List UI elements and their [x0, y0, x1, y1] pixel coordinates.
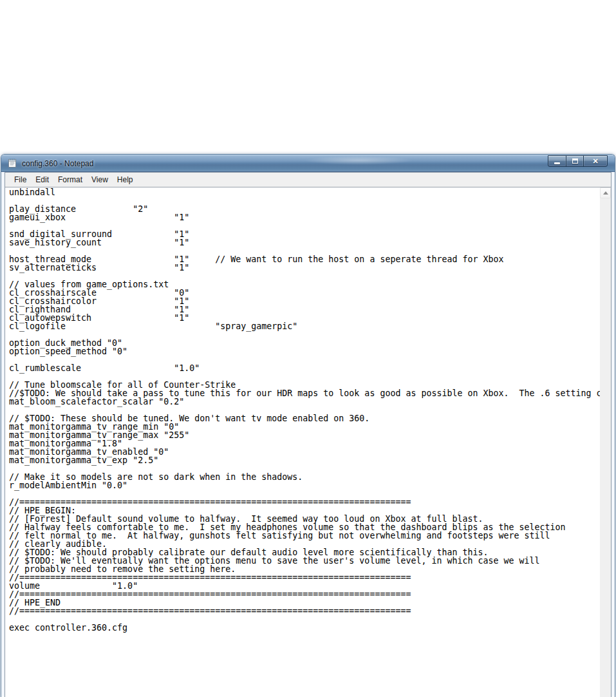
close-button[interactable]: ✕ — [583, 155, 608, 167]
text-editor-content[interactable]: unbindall play_distance "2" gameui_xbox … — [5, 187, 600, 697]
menu-format[interactable]: Format — [53, 173, 87, 187]
window-title: config.360 - Notepad — [22, 159, 93, 168]
menu-view[interactable]: View — [87, 173, 113, 187]
minimize-button[interactable] — [548, 155, 566, 167]
minimize-icon — [554, 162, 560, 164]
caption-buttons: ✕ — [548, 155, 608, 167]
menu-bar: File Edit Format View Help — [5, 173, 611, 187]
client-area: File Edit Format View Help unbindall pla… — [5, 172, 611, 697]
title-bar[interactable]: config.360 - Notepad ✕ — [1, 155, 615, 172]
vertical-scrollbar[interactable] — [600, 187, 611, 697]
notepad-app-icon — [7, 158, 17, 168]
menu-help[interactable]: Help — [113, 173, 138, 187]
menu-edit[interactable]: Edit — [31, 173, 53, 187]
notepad-window: config.360 - Notepad ✕ File Edit Format … — [1, 154, 615, 697]
editor-area: unbindall play_distance "2" gameui_xbox … — [5, 187, 611, 697]
maximize-button[interactable] — [566, 155, 584, 167]
close-icon: ✕ — [592, 158, 598, 165]
maximize-icon — [572, 158, 578, 164]
scroll-up-button[interactable] — [600, 187, 611, 198]
scroll-up-arrow-icon — [603, 191, 608, 195]
scrollbar-track[interactable] — [600, 198, 611, 697]
menu-file[interactable]: File — [10, 173, 31, 187]
